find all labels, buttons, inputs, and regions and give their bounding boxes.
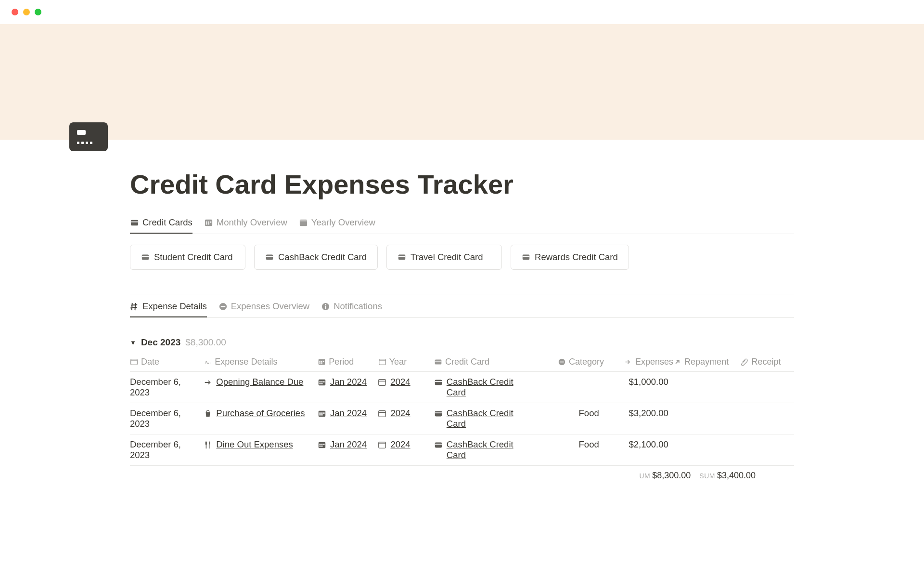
svg-rect-19 (77, 130, 86, 135)
card-icon (434, 441, 443, 449)
table-row[interactable]: December 6, 2023 Dine Out Expenses Jan 2… (130, 434, 794, 466)
calendar-grid-icon (318, 409, 326, 418)
cell-period: Jan 2024 (318, 377, 378, 398)
card-icon (522, 253, 530, 262)
card-name: Rewards Credit Card (535, 252, 618, 263)
table-header-row: Date Expense Details Period Year Credit … (130, 353, 794, 372)
cell-expense: Purchase of Groceries (204, 408, 318, 429)
cell-expense: Opening Balance Due (204, 377, 318, 398)
cell-receipt (740, 439, 794, 460)
card-travel[interactable]: Travel Credit Card (386, 245, 502, 270)
tab-label: Notifications (334, 301, 382, 312)
arrow-out-icon (673, 358, 681, 366)
calendar-icon (299, 218, 308, 227)
calendar-icon (378, 378, 386, 387)
cell-expenses: $2,100.00 (604, 439, 673, 460)
no-entry-icon (218, 302, 228, 311)
info-icon (321, 302, 330, 311)
calendar-icon (378, 441, 386, 449)
card-icon (130, 218, 139, 227)
col-header-date[interactable]: Date (130, 357, 204, 367)
cell-repayment (673, 408, 740, 429)
sum-2: SUM$3,400.00 (699, 471, 756, 481)
calendar-grid-icon (318, 441, 326, 449)
tab-label: Yearly Overview (311, 217, 375, 228)
col-header-card[interactable]: Credit Card (434, 357, 539, 367)
expense-table: Date Expense Details Period Year Credit … (130, 353, 794, 466)
svg-rect-20 (77, 142, 79, 144)
card-icon (398, 253, 406, 262)
card-name: Travel Credit Card (411, 252, 483, 263)
table-row[interactable]: December 6, 2023 Purchase of Groceries J… (130, 403, 794, 434)
card-rewards[interactable]: Rewards Credit Card (511, 245, 629, 270)
tab-expense-details[interactable]: Expense Details (130, 297, 207, 317)
tab-label: Credit Cards (142, 217, 192, 228)
paperclip-icon (740, 358, 748, 366)
col-header-year[interactable]: Year (378, 357, 434, 367)
col-header-period[interactable]: Period (318, 357, 378, 367)
table-row[interactable]: December 6, 2023 Opening Balance Due Jan… (130, 372, 794, 403)
hero-banner (0, 24, 924, 140)
cell-expenses: $1,000.00 (604, 377, 673, 398)
tab-notifications[interactable]: Notifications (321, 297, 382, 317)
text-icon (204, 358, 212, 366)
col-header-receipt[interactable]: Receipt (740, 357, 794, 367)
calendar-grid-icon (318, 358, 326, 366)
group-header[interactable]: ▼ Dec 2023 $8,300.00 (130, 328, 794, 353)
arrow-in-icon (624, 358, 632, 366)
cell-year: 2024 (378, 377, 434, 398)
calendar-icon (378, 409, 386, 418)
cell-receipt (740, 408, 794, 429)
cell-category (539, 377, 604, 398)
card-name: CashBack Credit Card (278, 252, 367, 263)
detail-tabs: Expense Details Expenses Overview Notifi… (130, 294, 794, 318)
cell-card: CashBack Credit Card (434, 408, 539, 429)
tab-label: Expense Details (142, 301, 207, 312)
calendar-icon (130, 358, 138, 366)
cell-card: CashBack Credit Card (434, 377, 539, 398)
cell-card: CashBack Credit Card (434, 439, 539, 460)
calendar-grid-icon (204, 218, 213, 227)
cell-repayment (673, 377, 740, 398)
group-total: $8,300.00 (185, 337, 226, 348)
tab-expenses-overview[interactable]: Expenses Overview (218, 297, 309, 317)
tab-yearly-overview[interactable]: Yearly Overview (299, 213, 375, 234)
card-icon (434, 409, 443, 418)
window-controls (0, 0, 924, 24)
window-minimize-button[interactable] (23, 9, 30, 15)
collapse-toggle-icon[interactable]: ▼ (130, 339, 136, 346)
footer-sums: UM$8,300.00 SUM$3,400.00 (130, 466, 794, 486)
col-header-category[interactable]: Category (539, 357, 604, 367)
svg-rect-21 (81, 142, 84, 144)
credit-card-cards: Student Credit Card CashBack Credit Card… (130, 245, 794, 270)
main-tabs: Credit Cards Monthly Overview Yearly Ove… (130, 213, 794, 234)
tab-monthly-overview[interactable]: Monthly Overview (204, 213, 287, 234)
shopping-bag-icon (204, 409, 212, 418)
page-title: Credit Card Expenses Tracker (130, 169, 794, 200)
cell-period: Jan 2024 (318, 408, 378, 429)
cell-date: December 6, 2023 (130, 377, 204, 398)
tab-label: Expenses Overview (231, 301, 309, 312)
col-header-expenses[interactable]: Expenses (604, 357, 673, 367)
card-name: Student Credit Card (154, 252, 233, 263)
cell-expense: Dine Out Expenses (204, 439, 318, 460)
utensils-icon (204, 441, 212, 449)
window-maximize-button[interactable] (35, 9, 41, 15)
card-cashback[interactable]: CashBack Credit Card (254, 245, 378, 270)
calendar-grid-icon (318, 378, 326, 387)
card-icon (265, 253, 274, 262)
cell-expenses: $3,200.00 (604, 408, 673, 429)
window-close-button[interactable] (12, 9, 18, 15)
col-header-repayment[interactable]: Repayment (673, 357, 740, 367)
svg-rect-22 (86, 142, 88, 144)
col-header-expense[interactable]: Expense Details (204, 357, 318, 367)
svg-rect-23 (90, 142, 92, 144)
cell-date: December 6, 2023 (130, 439, 204, 460)
sum-1: UM$8,300.00 (639, 471, 691, 481)
card-icon (434, 378, 443, 387)
cell-period: Jan 2024 (318, 439, 378, 460)
card-student[interactable]: Student Credit Card (130, 245, 245, 270)
page-icon[interactable] (69, 122, 108, 151)
cell-date: December 6, 2023 (130, 408, 204, 429)
tab-credit-cards[interactable]: Credit Cards (130, 213, 192, 234)
